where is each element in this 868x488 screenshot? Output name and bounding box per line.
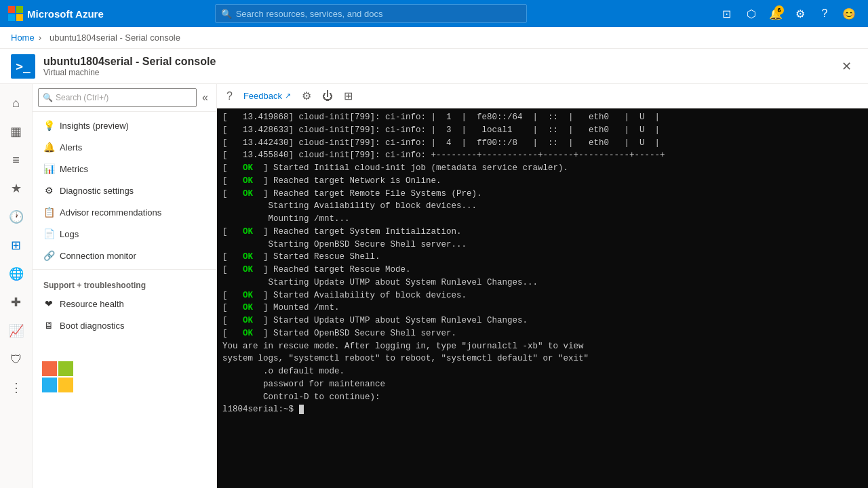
rail-monitor[interactable]: 📈 xyxy=(3,317,30,344)
breadcrumb: Home › ubuntu1804serial - Serial console xyxy=(0,27,868,49)
notifications-button[interactable]: 🔔 6 xyxy=(765,3,787,24)
console-line-10: Starting OpenBSD Secure Shell server... xyxy=(222,240,467,249)
console-toolbar: ? Feedback ↗ ⚙ ⏻ ⊞ xyxy=(217,84,868,108)
directory-icon: ⬡ xyxy=(747,7,756,20)
console-line-8: Mounting /mnt... xyxy=(222,214,350,224)
advisor-icon: 📋 xyxy=(43,207,54,218)
directory-button[interactable]: ⬡ xyxy=(741,3,762,24)
alerts-icon: 🔔 xyxy=(43,142,54,152)
rail-home[interactable]: ⌂ xyxy=(3,89,30,117)
console-line-2: [ 13.442430] cloud-init[799]: ci-info: |… xyxy=(222,138,660,148)
console-line-6: [ OK ] Reached target Remote File System… xyxy=(222,189,482,199)
console-line-18: You are in rescue mode. After logging in… xyxy=(222,342,584,351)
vm-icon: >_ xyxy=(11,54,35,79)
nav-advisor[interactable]: 📋 Advisor recommendations xyxy=(33,201,216,223)
connection-monitor-icon: 🔗 xyxy=(43,250,54,261)
nav-alerts-label: Alerts xyxy=(60,142,82,152)
brand-name: Microsoft Azure xyxy=(27,8,104,20)
terminal-icon: >_ xyxy=(16,59,31,73)
global-search-input[interactable] xyxy=(236,9,521,19)
console-prompt: l1804serial:~$ xyxy=(222,405,304,414)
topbar: Microsoft Azure 🔍 ⊡ ⬡ 🔔 6 ⚙ ? 😊 xyxy=(0,0,868,27)
collapse-panel-button[interactable]: « xyxy=(199,89,211,106)
console-area: ? Feedback ↗ ⚙ ⏻ ⊞ [ 13.419868] cloud-in… xyxy=(217,84,868,488)
close-button[interactable]: ✕ xyxy=(836,56,857,77)
feedback-label: Feedback xyxy=(243,91,282,101)
console-line-16: [ OK ] Started Update UTMP about System … xyxy=(222,316,528,325)
topbar-actions: ⊡ ⬡ 🔔 6 ⚙ ? 😊 xyxy=(716,3,860,24)
console-output[interactable]: [ 13.419868] cloud-init[799]: ci-info: |… xyxy=(217,108,868,488)
power-icon: ⏻ xyxy=(322,90,333,102)
console-line-20: .o default mode. xyxy=(222,367,344,376)
console-line-21: password for maintenance xyxy=(222,380,385,389)
help-toolbar-button[interactable]: ? xyxy=(222,87,237,105)
rail-resource-groups[interactable]: ⊞ xyxy=(3,232,30,259)
nav-divider xyxy=(33,269,216,270)
settings-toolbar-button[interactable]: ⚙ xyxy=(298,87,315,105)
nav-advisor-label: Advisor recommendations xyxy=(60,207,161,218)
rail-favorites[interactable]: ★ xyxy=(3,175,30,202)
nav-insights-label: Insights (preview) xyxy=(60,121,129,131)
logs-icon: 📄 xyxy=(43,228,54,239)
page-header: >_ ubuntu1804serial - Serial console Vir… xyxy=(0,49,868,84)
feedback-link[interactable]: Feedback ↗ xyxy=(239,88,295,104)
sidebar-search[interactable]: 🔍 xyxy=(38,88,197,107)
cloud-shell-icon: ⊡ xyxy=(722,7,731,20)
console-line-9: [ OK ] Reached target System Initializat… xyxy=(222,227,462,237)
rail-dashboard[interactable]: ▦ xyxy=(3,118,30,145)
console-line-3: [ 13.455840] cloud-init[799]: ci-info: +… xyxy=(222,150,665,160)
grid-toolbar-button[interactable]: ⊞ xyxy=(340,87,357,105)
console-line-14: [ OK ] Started Availability of block dev… xyxy=(222,291,467,300)
console-line-17: [ OK ] Started OpenBSD Secure Shell serv… xyxy=(222,329,456,338)
page-title: ubuntu1804serial - Serial console xyxy=(43,56,216,68)
console-line-5: [ OK ] Reached target Network is Online. xyxy=(222,176,441,186)
nav-insights[interactable]: 💡 Insights (preview) xyxy=(33,115,216,136)
breadcrumb-home[interactable]: Home xyxy=(11,33,35,43)
console-line-11: [ OK ] Started Rescue Shell. xyxy=(222,252,380,262)
console-line-22: Control-D to continue): xyxy=(222,392,380,402)
nav-diagnostic[interactable]: ⚙ Diagnostic settings xyxy=(33,180,216,201)
nav-logs[interactable]: 📄 Logs xyxy=(33,223,216,245)
rail-more[interactable]: ⋮ xyxy=(3,374,30,401)
notification-badge: 6 xyxy=(774,5,784,15)
rail-create[interactable]: ✚ xyxy=(3,289,30,316)
grid-icon: ⊞ xyxy=(344,90,353,102)
account-icon: 😊 xyxy=(842,7,856,20)
rail-all-services[interactable]: ≡ xyxy=(3,146,30,174)
page-subtitle: Virtual machine xyxy=(43,68,216,77)
rail-network[interactable]: 🌐 xyxy=(3,260,30,287)
nav-logs-label: Logs xyxy=(60,229,79,239)
help-toolbar-icon: ? xyxy=(226,90,233,102)
metrics-icon: 📊 xyxy=(43,163,54,174)
nav-connection-monitor-label: Connection monitor xyxy=(60,251,136,261)
nav-connection-monitor[interactable]: 🔗 Connection monitor xyxy=(33,245,216,266)
left-panel-toolbar: 🔍 « xyxy=(33,84,216,112)
global-search-bar[interactable]: 🔍 xyxy=(215,4,527,23)
account-button[interactable]: 😊 xyxy=(838,3,860,24)
console-line-0: [ 13.419868] cloud-init[799]: ci-info: |… xyxy=(222,113,660,122)
rail-security[interactable]: 🛡 xyxy=(3,346,30,373)
console-line-19: system logs, "systemctl reboot" to reboo… xyxy=(222,354,589,363)
settings-button[interactable]: ⚙ xyxy=(789,3,811,24)
sidebar-search-icon: 🔍 xyxy=(43,93,53,102)
nav-metrics[interactable]: 📊 Metrics xyxy=(33,158,216,180)
nav-alerts[interactable]: 🔔 Alerts xyxy=(33,136,216,158)
cloud-shell-button[interactable]: ⊡ xyxy=(716,3,738,24)
external-link-icon: ↗ xyxy=(285,92,291,100)
console-line-13: Starting Update UTMP about System Runlev… xyxy=(222,278,538,287)
sidebar-search-input[interactable] xyxy=(56,93,192,102)
help-button[interactable]: ? xyxy=(814,3,835,24)
power-toolbar-button[interactable]: ⏻ xyxy=(318,87,337,105)
insights-icon: 💡 xyxy=(43,120,54,131)
console-line-4: [ OK ] Started Initial cloud-init job (m… xyxy=(222,163,568,173)
console-line-15: [ OK ] Mounted /mnt. xyxy=(222,303,340,312)
search-icon: 🔍 xyxy=(221,9,232,19)
help-icon: ? xyxy=(822,7,828,20)
breadcrumb-current: ubuntu1804serial - Serial console xyxy=(50,33,180,43)
console-line-1: [ 13.428633] cloud-init[799]: ci-info: |… xyxy=(222,125,660,135)
page-title-block: ubuntu1804serial - Serial console Virtua… xyxy=(43,56,216,77)
console-line-7: Starting Availability of block devices..… xyxy=(222,201,477,211)
rail-recent[interactable]: 🕐 xyxy=(3,203,30,230)
nav-metrics-label: Metrics xyxy=(60,164,88,174)
gear-icon: ⚙ xyxy=(795,7,805,20)
